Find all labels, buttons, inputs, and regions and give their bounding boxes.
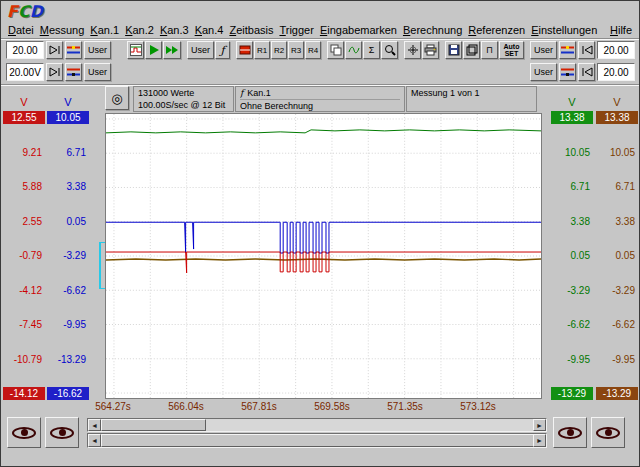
scale-chip[interactable]: -16.62 [47, 387, 89, 400]
scrollbar-thumb[interactable] [101, 419, 206, 431]
right-user-button-2[interactable]: User [530, 63, 557, 81]
menu-hilfe[interactable]: Hilfe [610, 24, 632, 36]
zoom-button[interactable] [381, 41, 398, 59]
scale-chip[interactable]: 13.38 [551, 111, 593, 124]
cursor-button[interactable] [404, 41, 421, 59]
save-button[interactable] [445, 41, 462, 59]
menu-eingabemarken[interactable]: Eingabemarken [320, 24, 397, 36]
logo-letter-f: F [7, 2, 18, 21]
right-channel-colors-button-2[interactable] [559, 63, 576, 81]
left-red-unit: V [3, 96, 45, 109]
scale-value: -3.29 [551, 284, 593, 297]
scale-chip[interactable]: 13.38 [596, 111, 638, 124]
x-axis-label: 571.35s [377, 401, 433, 412]
scale-value: -0.79 [3, 249, 45, 262]
scale-chip[interactable]: 10.05 [47, 111, 89, 124]
left-user-button-1[interactable]: User [84, 41, 111, 59]
eye-icon [558, 427, 582, 439]
probe-icon [49, 67, 61, 77]
app-logo: FCD [7, 2, 43, 21]
pi-button[interactable]: ⊓ [481, 41, 498, 59]
display-toggle-right-1[interactable] [553, 417, 587, 448]
rate-text: 100.00S/sec @ 12 Bit [138, 99, 229, 111]
scale-value: -10.79 [3, 353, 45, 366]
horizontal-scrollbar[interactable]: ◄ ► [87, 418, 547, 432]
start-button[interactable] [145, 41, 162, 59]
right-channel-controls-row2: User 20.00 [530, 62, 635, 82]
scale-chip[interactable]: -13.29 [551, 387, 593, 400]
scale-value: 3.38 [47, 180, 89, 193]
measurement-info-box: Messung 1 von 1 [406, 86, 537, 112]
scale-value: 10.05 [551, 146, 593, 159]
reference-2-button[interactable]: R2 [271, 41, 287, 59]
menu-referenzen[interactable]: Referenzen [468, 24, 525, 36]
overlay-button[interactable] [463, 41, 480, 59]
scale-chip[interactable]: -13.29 [596, 387, 638, 400]
right-scale-field-1[interactable]: 20.00 [597, 41, 635, 59]
pan-left-arrow[interactable]: ◄ [88, 434, 101, 447]
scale-chip[interactable]: 12.55 [3, 111, 45, 124]
reference-3-button[interactable]: R3 [288, 41, 304, 59]
overlay-windows-icon [466, 44, 478, 56]
acquisition-info-box: 131000 Werte 100.00S/sec @ 12 Bit [133, 86, 234, 112]
autoset-label-line2: SET [505, 50, 519, 57]
display-toggle-left-2[interactable] [45, 417, 79, 448]
record-target-button[interactable]: ◎ [105, 86, 129, 110]
left-probe-button-2[interactable] [46, 63, 63, 81]
scroll-right-arrow[interactable]: ► [533, 419, 546, 431]
right-brown-scale: 13.3810.056.713.380.05-3.29-6.62-9.95-13… [596, 111, 638, 411]
cursor-bracket[interactable] [99, 242, 105, 289]
new-acquisition-button[interactable] [127, 41, 144, 59]
plot-area[interactable] [105, 113, 542, 399]
autoset-label-line1: Auto [504, 43, 520, 50]
pan-thumb[interactable] [101, 434, 534, 447]
menu-kan3[interactable]: Kan.3 [160, 24, 189, 36]
right-probe-button-2[interactable] [578, 63, 595, 81]
right-scale-field-2[interactable]: 20.00 [597, 63, 635, 81]
right-user-button-1[interactable]: User [530, 41, 557, 59]
zoom-pan-bar[interactable]: ◄ ► [87, 433, 547, 448]
menubar: Datei Messung Kan.1 Kan.2 Kan.3 Kan.4 Ze… [1, 22, 639, 37]
print-button[interactable] [422, 41, 439, 59]
scope-display-icon [130, 44, 142, 56]
user-toolbar-button[interactable]: User [187, 41, 214, 59]
menu-kan4[interactable]: Kan.4 [195, 24, 224, 36]
display-toggle-left-1[interactable] [7, 417, 41, 448]
pan-right-arrow[interactable]: ► [533, 434, 546, 447]
left-scale-field-1[interactable]: 20.00 [6, 41, 44, 59]
menu-einstellungen[interactable]: Einstellungen [531, 24, 597, 36]
probe-icon [49, 45, 61, 55]
reference-1-button[interactable]: R1 [254, 41, 270, 59]
scale-value: -9.95 [47, 318, 89, 331]
autoset-button[interactable]: Auto SET [499, 41, 524, 59]
left-user-button-2[interactable]: User [84, 63, 111, 81]
scale-chip[interactable]: -14.12 [3, 387, 45, 400]
eye-icon [12, 427, 36, 439]
menu-kan2[interactable]: Kan.2 [125, 24, 154, 36]
channel-colors-icon [561, 45, 574, 55]
reference-4-button[interactable]: R4 [305, 41, 321, 59]
scale-value: 3.38 [551, 215, 593, 228]
function-toolbar-button[interactable]: ƒ [215, 41, 230, 59]
right-probe-button-1[interactable] [578, 41, 595, 59]
waveform-button[interactable] [345, 41, 362, 59]
menu-berechnung[interactable]: Berechnung [403, 24, 462, 36]
menu-zeitbasis[interactable]: Zeitbasis [229, 24, 273, 36]
sum-button[interactable]: Σ [363, 41, 380, 59]
right-green-scale: 13.3810.056.713.380.05-3.29-6.62-9.95-13… [551, 111, 593, 411]
right-channel-colors-button-1[interactable] [559, 41, 576, 59]
scroll-left-arrow[interactable]: ◄ [88, 419, 101, 431]
menu-kan1[interactable]: Kan.1 [90, 24, 119, 36]
copy-trace-button[interactable] [327, 41, 344, 59]
menu-trigger[interactable]: Trigger [279, 24, 313, 36]
display-toggle-right-2[interactable] [591, 417, 625, 448]
left-channel-colors-button-2[interactable] [65, 63, 82, 81]
menu-datei[interactable]: Datei [8, 24, 34, 36]
scale-value: 6.71 [551, 180, 593, 193]
left-probe-button-1[interactable] [46, 41, 63, 59]
left-channel-colors-button-1[interactable] [65, 41, 82, 59]
trigger-settings-button[interactable] [236, 41, 253, 59]
menu-messung[interactable]: Messung [40, 24, 85, 36]
start-continuous-button[interactable] [163, 41, 181, 59]
left-scale-field-2[interactable]: 20.00V [6, 63, 44, 81]
